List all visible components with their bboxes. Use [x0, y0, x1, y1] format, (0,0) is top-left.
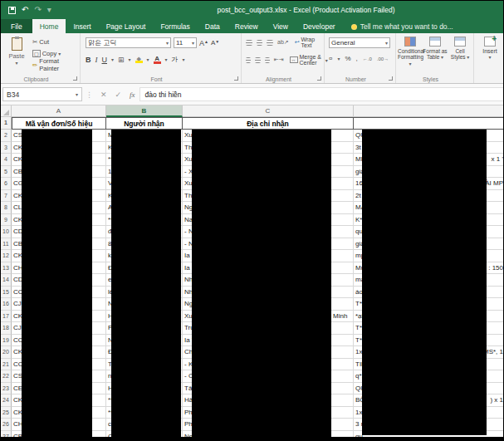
column-header-row: ABC	[1, 105, 503, 117]
ribbon: Paste ▾ ✂Cut ▢Copy▾ ✏Format Painter Clip…	[1, 33, 503, 84]
format-painter-button[interactable]: ✏Format Painter	[31, 60, 80, 70]
row-number[interactable]: 24	[1, 394, 12, 407]
row-number[interactable]: 22	[1, 370, 12, 383]
alignment-group: ab↗ ↩Wrap Text ⇤⇥ ↔Merge & Center▾ Align…	[242, 33, 325, 83]
comma-icon[interactable]: ,	[356, 55, 358, 62]
number-dialog-launcher[interactable]	[389, 76, 393, 81]
row-number[interactable]: 11	[1, 238, 12, 251]
row-number[interactable]: 8	[1, 202, 12, 214]
row-number[interactable]: 16	[1, 298, 12, 311]
grow-font-icon[interactable]: A▲	[199, 39, 208, 47]
row-number[interactable]: 19	[1, 335, 12, 347]
underline-button[interactable]: U	[102, 56, 108, 64]
select-all-corner[interactable]	[1, 105, 12, 117]
tab-insert[interactable]: Insert	[66, 19, 98, 33]
font-size-combo[interactable]: 11▾	[174, 37, 197, 48]
cell-d-tail: ) x 1	[490, 394, 503, 406]
tab-developer[interactable]: Developer	[296, 19, 343, 33]
number-format-combo[interactable]: General▾	[329, 37, 390, 48]
row-number[interactable]: 14	[1, 274, 12, 287]
insert-cells-icon	[484, 37, 496, 47]
row-number[interactable]: 18	[1, 322, 12, 335]
align-left-icon[interactable]	[246, 57, 251, 63]
row-number[interactable]: 2	[1, 130, 12, 142]
row-number[interactable]: 1	[1, 117, 12, 130]
row-number[interactable]: 26	[1, 419, 12, 431]
row-number[interactable]: 17	[1, 311, 12, 323]
tell-me-box[interactable]: Tell me what you want to do...	[351, 22, 453, 33]
name-box[interactable]: B34▾	[2, 87, 82, 101]
row-number[interactable]: 4	[1, 154, 12, 166]
format-as-table-button[interactable]: Format as Table ▾	[423, 37, 448, 61]
increase-decimal-icon[interactable]: ←.0	[363, 56, 372, 61]
row-number[interactable]: 25	[1, 407, 12, 419]
row-number[interactable]: 20	[1, 346, 12, 359]
align-middle-icon[interactable]	[257, 40, 263, 46]
orientation-icon[interactable]: ab↗	[277, 39, 289, 46]
fill-color-icon[interactable]: ◆	[135, 56, 143, 63]
align-bottom-icon[interactable]	[267, 40, 273, 46]
italic-button[interactable]: I	[95, 56, 98, 64]
merge-center-button[interactable]: ↔Merge & Center▾	[288, 55, 330, 65]
tab-view[interactable]: View	[266, 19, 296, 33]
header-cell-B[interactable]: Người nhận	[106, 117, 183, 130]
column-header-A[interactable]: A	[12, 105, 106, 117]
formula-input[interactable]: đào thi hiền	[139, 87, 503, 101]
row-number[interactable]: 5	[1, 166, 12, 179]
tab-data[interactable]: Data	[198, 19, 228, 33]
name-box-dropdown-icon[interactable]: ▾	[76, 91, 78, 97]
conditional-formatting-button[interactable]: Conditional Formatting ▾	[398, 37, 423, 67]
styles-group: Conditional Formatting ▾ Format as Table…	[396, 33, 474, 83]
cell-c-tail: Minh	[333, 311, 347, 322]
tab-home[interactable]: Home	[32, 19, 66, 33]
cell-styles-button[interactable]: Cell Styles ▾	[448, 37, 472, 61]
align-top-icon[interactable]	[246, 40, 252, 46]
phonetic-icon[interactable]: 가	[172, 55, 179, 64]
tab-review[interactable]: Review	[228, 19, 266, 33]
decrease-decimal-icon[interactable]: .00→	[377, 56, 389, 61]
tab-file[interactable]: File	[1, 19, 32, 33]
row-number[interactable]: 6	[1, 178, 12, 190]
align-right-icon[interactable]	[265, 57, 270, 63]
font-name-combo[interactable]: 맑은 고딕▾	[86, 37, 171, 48]
accounting-icon[interactable]: ¤	[329, 55, 332, 62]
format-painter-icon: ✏	[32, 61, 37, 69]
row-number[interactable]: 9	[1, 214, 12, 227]
paste-button[interactable]: Paste ▾	[5, 36, 28, 79]
align-center-icon[interactable]	[255, 57, 260, 63]
row-number[interactable]: 23	[1, 383, 12, 395]
row-number[interactable]: 7	[1, 190, 12, 203]
header-cell-A[interactable]: Mã vận đơn/Số hiệu	[12, 117, 106, 130]
font-color-icon[interactable]: A	[154, 56, 161, 64]
cell-d-tail: : 150	[488, 262, 503, 274]
row-number[interactable]: 21	[1, 359, 12, 371]
insert-cells-button[interactable]: Insert ▾	[477, 37, 502, 60]
column-header-C[interactable]: C	[183, 105, 354, 117]
header-cell-d[interactable]	[354, 117, 504, 130]
clipboard-dialog-launcher[interactable]	[73, 76, 77, 81]
cell-styles-icon	[454, 37, 466, 47]
bold-button[interactable]: B	[86, 56, 91, 64]
redaction-block-d	[362, 130, 487, 435]
alignment-dialog-launcher[interactable]	[317, 76, 321, 81]
wrap-text-button[interactable]: ↩Wrap Text	[293, 37, 324, 47]
tab-formulas[interactable]: Formulas	[153, 19, 197, 33]
shrink-font-icon[interactable]: A▼	[211, 39, 219, 47]
enter-icon[interactable]: ✓	[115, 91, 122, 99]
cancel-icon[interactable]: ✕	[100, 91, 107, 99]
header-cell-C[interactable]: Địa chỉ nhận	[183, 117, 354, 130]
borders-icon[interactable]: ⊞	[118, 56, 125, 64]
row-number[interactable]: 13	[1, 262, 12, 275]
insert-function-icon[interactable]: fx	[130, 91, 135, 99]
row-number[interactable]: 10	[1, 226, 12, 238]
row-number[interactable]: 12	[1, 250, 12, 262]
column-header-d[interactable]	[354, 105, 504, 117]
cut-button[interactable]: ✂Cut	[31, 37, 80, 47]
column-header-B[interactable]: B	[106, 105, 183, 117]
percent-icon[interactable]: %	[345, 55, 350, 62]
row-number[interactable]: 15	[1, 287, 12, 299]
tab-page-layout[interactable]: Page Layout	[99, 19, 154, 33]
row-number[interactable]: 3	[1, 142, 12, 154]
indent-icons[interactable]: ⇤⇥	[274, 56, 284, 63]
font-dialog-launcher[interactable]	[234, 76, 238, 81]
